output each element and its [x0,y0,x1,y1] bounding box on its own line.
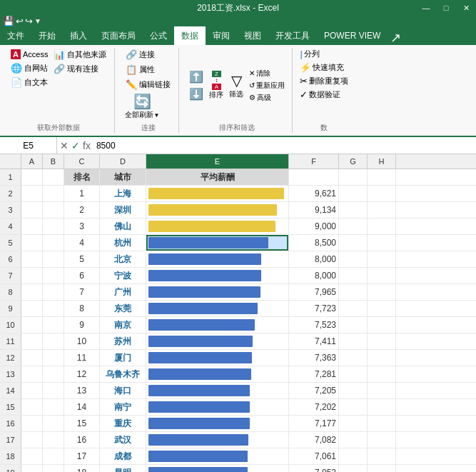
cell-g7[interactable] [339,268,368,283]
cell-h11[interactable] [368,333,396,349]
cell-a10[interactable] [21,317,43,333]
cell-g6[interactable] [339,251,368,267]
cell-b17[interactable] [43,432,64,448]
cell-e5[interactable] [146,235,289,251]
cell-e15[interactable] [146,399,289,415]
col-header-a[interactable]: A [21,154,43,169]
cell-d8[interactable]: 广州 [100,284,146,300]
cell-d1[interactable]: 城市 [100,169,146,185]
cell-b1[interactable] [43,169,64,185]
cell-c14[interactable]: 13 [64,383,100,398]
minimize-button[interactable]: — [416,0,436,16]
advanced-button[interactable]: ⚙高级 [248,92,286,104]
cell-a14[interactable] [21,383,43,398]
cell-h3[interactable] [368,202,396,218]
cell-f4[interactable]: 9,000 [289,219,339,234]
cell-c5[interactable]: 4 [64,235,100,251]
col-header-h[interactable]: H [368,154,396,169]
menu-data[interactable]: 数据 [174,26,206,45]
cell-f11[interactable]: 7,411 [289,333,339,349]
cell-b8[interactable] [43,284,64,300]
formula-input[interactable]: 8500 [93,141,476,151]
cell-f16[interactable]: 7,177 [289,416,339,431]
cell-b9[interactable] [43,301,64,316]
cell-d2[interactable]: 上海 [100,186,146,201]
cell-b2[interactable] [43,186,64,201]
cell-d16[interactable]: 重庆 [100,416,146,431]
cell-a3[interactable] [21,202,43,218]
cell-c7[interactable]: 6 [64,268,100,283]
split-button[interactable]: | 分列 [298,48,350,60]
cell-g14[interactable] [339,383,368,398]
menu-file[interactable]: 文件 [0,26,31,45]
menu-power-view[interactable]: POWER VIEW [317,26,388,45]
cell-g2[interactable] [339,186,368,201]
other-sources-button[interactable]: 📊 自其他来源 [51,48,108,61]
cell-c11[interactable]: 10 [64,333,100,349]
cell-a11[interactable] [21,333,43,349]
cell-e2[interactable] [146,186,289,201]
redo-icon[interactable]: ↪ [25,16,33,26]
cell-h9[interactable] [368,301,396,316]
cell-f14[interactable]: 7,205 [289,383,339,398]
properties-button[interactable]: 📋 属性 [123,63,173,76]
menu-home[interactable]: 开始 [31,26,63,45]
menu-developer[interactable]: 开发工具 [268,26,317,45]
cell-g17[interactable] [339,432,368,448]
cell-b19[interactable] [43,465,64,472]
cell-c6[interactable]: 5 [64,251,100,267]
cell-d4[interactable]: 佛山 [100,219,146,234]
menu-view[interactable]: 视图 [237,26,268,45]
flash-fill-button[interactable]: ⚡ 快速填充 [298,61,350,74]
cell-e3[interactable] [146,202,289,218]
cell-h14[interactable] [368,383,396,398]
cell-g16[interactable] [339,416,368,431]
cell-h8[interactable] [368,284,396,300]
cell-d11[interactable]: 苏州 [100,333,146,349]
cell-c4[interactable]: 3 [64,219,100,234]
cell-g13[interactable] [339,366,368,382]
cell-e9[interactable] [146,301,289,316]
cell-d17[interactable]: 武汉 [100,432,146,448]
cell-g10[interactable] [339,317,368,333]
cell-b15[interactable] [43,399,64,415]
cell-f10[interactable]: 7,523 [289,317,339,333]
cell-a18[interactable] [21,448,43,464]
cell-a2[interactable] [21,186,43,201]
cell-g9[interactable] [339,301,368,316]
cell-f3[interactable]: 9,134 [289,202,339,218]
cell-e6[interactable] [146,251,289,267]
menu-review[interactable]: 审阅 [206,26,237,45]
cell-b6[interactable] [43,251,64,267]
cell-c10[interactable]: 9 [64,317,100,333]
cell-reference[interactable]: E5 [0,137,57,154]
filter-button[interactable]: ▽ 筛选 [228,71,245,101]
cell-e4[interactable] [146,219,289,234]
close-button[interactable]: ✕ [456,0,476,16]
cell-f1[interactable] [289,169,339,185]
cell-a19[interactable] [21,465,43,472]
cell-f17[interactable]: 7,082 [289,432,339,448]
cancel-formula-icon[interactable]: ✕ [60,140,69,151]
cell-e11[interactable] [146,333,289,349]
cell-a1[interactable] [21,169,43,185]
cell-g15[interactable] [339,399,368,415]
cell-h17[interactable] [368,432,396,448]
existing-connections-button[interactable]: 🔗 现有连接 [51,62,108,76]
cell-b12[interactable] [43,350,64,366]
cell-b4[interactable] [43,219,64,234]
text-button[interactable]: 📄 自文本 [9,76,50,89]
data-validation-button[interactable]: ✓ 数据验证 [298,89,350,101]
cell-c15[interactable]: 14 [64,399,100,415]
cell-e13[interactable] [146,366,289,382]
cell-f12[interactable]: 7,363 [289,350,339,366]
cell-c16[interactable]: 15 [64,416,100,431]
cell-a9[interactable] [21,301,43,316]
cell-e12[interactable] [146,350,289,366]
cell-g8[interactable] [339,284,368,300]
cell-b11[interactable] [43,333,64,349]
cell-d14[interactable]: 海口 [100,383,146,398]
cell-d3[interactable]: 深圳 [100,202,146,218]
cell-c17[interactable]: 16 [64,432,100,448]
cell-b7[interactable] [43,268,64,283]
